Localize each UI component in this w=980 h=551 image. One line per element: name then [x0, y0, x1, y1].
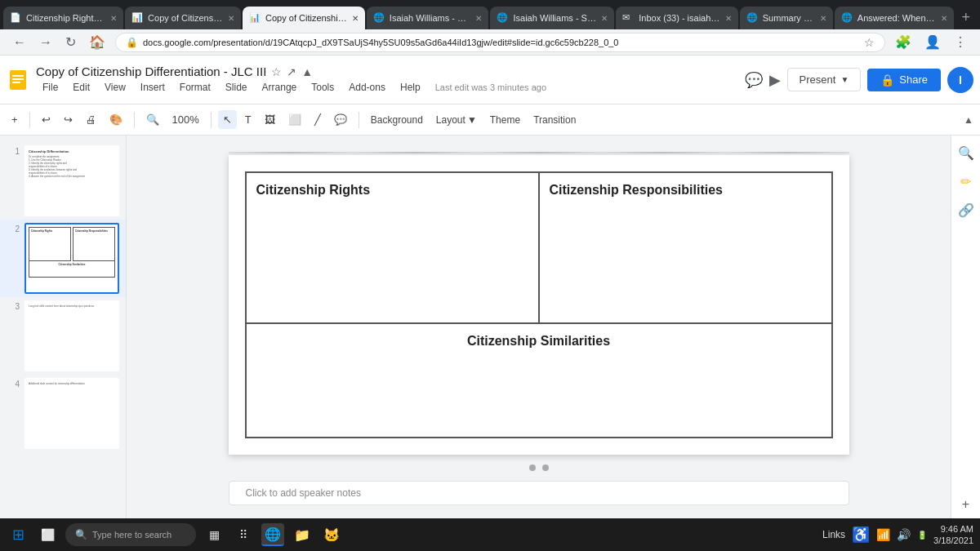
present-dropdown-icon[interactable]: ▼: [840, 75, 849, 84]
url-input[interactable]: 🔒 docs.google.com/presentation/d/19CAtqc…: [115, 33, 885, 52]
taskbar-volume-icon[interactable]: 🔊: [897, 528, 911, 541]
slide-4-thumb[interactable]: Additional slide content for citizenship…: [24, 378, 119, 449]
speaker-notes[interactable]: Click to add speaker notes: [229, 481, 849, 505]
responsibilities-box[interactable]: Citizenship Responsibilities: [540, 171, 833, 324]
google-drive-icon[interactable]: ▲: [301, 65, 313, 78]
undo-button[interactable]: ↩: [37, 110, 56, 129]
tab-7-close[interactable]: ✕: [820, 14, 826, 23]
taskbar-accessibility-button[interactable]: ♿: [852, 526, 870, 544]
menu-arrange[interactable]: Arrange: [256, 80, 304, 95]
rights-box-title: Citizenship Rights: [256, 183, 528, 198]
extensions-button[interactable]: 🧩: [892, 33, 915, 51]
canvas-area[interactable]: Citizenship Rights Citizenship Responsib…: [127, 136, 951, 522]
tab-3-close[interactable]: ✕: [352, 14, 359, 23]
slide-1-content: Citizenship Differentiation To complete …: [26, 147, 118, 215]
profile-button[interactable]: 👤: [921, 33, 944, 51]
taskbar-widgets-button[interactable]: ▦: [203, 523, 225, 546]
sidebar-edit-icon[interactable]: ✏: [957, 171, 974, 193]
print-button[interactable]: 🖨: [81, 110, 101, 129]
menu-edit[interactable]: Edit: [66, 80, 96, 95]
last-edit-text: Last edit was 3 minutes ago: [435, 82, 546, 92]
back-button[interactable]: ←: [10, 33, 29, 51]
taskbar-search-box[interactable]: 🔍 Type here to search: [65, 523, 196, 546]
image-tool[interactable]: 🖼: [260, 110, 280, 129]
add-button[interactable]: +: [7, 110, 23, 129]
redo-button[interactable]: ↪: [59, 110, 78, 129]
line-tool[interactable]: ╱: [310, 110, 326, 129]
slide-thumbnail-2[interactable]: 2 Citizenship Rights Citizenship Respons…: [0, 220, 126, 297]
menu-view[interactable]: View: [98, 80, 132, 95]
slide-thumbnail-3[interactable]: 3 Long text slide content here about cit…: [0, 297, 126, 375]
present-button[interactable]: Present ▼: [787, 68, 862, 91]
star-icon[interactable]: ☆: [271, 65, 282, 78]
menu-tools[interactable]: Tools: [305, 80, 341, 95]
taskbar-files-button[interactable]: 📁: [291, 523, 314, 546]
menu-format[interactable]: Format: [173, 80, 217, 95]
slides-button[interactable]: ▶: [769, 71, 781, 89]
menu-slide[interactable]: Slide: [219, 80, 254, 95]
tab-5-close[interactable]: ✕: [601, 14, 608, 23]
slide-1-thumb[interactable]: Citizenship Differentiation To complete …: [24, 145, 119, 216]
sidebar-link-icon[interactable]: 🔗: [955, 199, 978, 221]
task-view-button[interactable]: ⬜: [36, 523, 59, 546]
layout-dropdown[interactable]: Layout ▼: [431, 111, 482, 129]
tab-1-close[interactable]: ✕: [110, 14, 117, 23]
slide-2-thumb[interactable]: Citizenship Rights Citizenship Responsib…: [24, 223, 119, 294]
app-logo: [7, 69, 29, 91]
move-icon[interactable]: ↗: [287, 65, 296, 78]
tab-8[interactable]: 🌐 Answered: When thinking... ✕: [835, 7, 954, 29]
bookmark-icon[interactable]: ☆: [864, 36, 875, 49]
taskbar-battery-icon[interactable]: 🔋: [917, 531, 927, 540]
tab-3[interactable]: 📊 Copy of Citizenship Differe... ✕: [243, 7, 365, 29]
cursor-tool[interactable]: ↖: [218, 110, 237, 129]
rights-box[interactable]: Citizenship Rights: [245, 171, 540, 324]
user-avatar[interactable]: I: [947, 67, 973, 93]
taskbar-clock[interactable]: 9:46 AM 3/18/2021: [933, 523, 973, 547]
background-dropdown[interactable]: Background: [366, 111, 428, 129]
tab-1[interactable]: 📄 Citizenship Rights Reader... ✕: [3, 7, 123, 29]
theme-dropdown[interactable]: Theme: [485, 111, 525, 129]
textbox-tool[interactable]: T: [240, 110, 256, 129]
shape-tool[interactable]: ⬜: [283, 110, 306, 129]
menu-insert[interactable]: Insert: [134, 80, 172, 95]
taskbar-apps-button[interactable]: ⠿: [232, 523, 255, 546]
tab-2[interactable]: 📊 Copy of Citizenship Rights ✕: [125, 7, 241, 29]
forward-button[interactable]: →: [36, 33, 56, 51]
zoom-level[interactable]: 100%: [167, 110, 204, 129]
taskbar-wifi-icon[interactable]: 📶: [876, 528, 890, 541]
menu-help[interactable]: Help: [394, 80, 427, 95]
zoom-button[interactable]: 🔍: [141, 110, 164, 129]
similarities-box[interactable]: Citizenship Similarities: [245, 324, 833, 438]
tab-4-close[interactable]: ✕: [475, 14, 482, 23]
taskbar-links-button[interactable]: Links: [822, 529, 845, 540]
tab-6[interactable]: ✉ Inbox (33) - isaiah.williams... ✕: [616, 7, 737, 29]
share-button[interactable]: 🔒 Share: [867, 69, 941, 91]
reload-button[interactable]: ↻: [62, 33, 79, 51]
taskbar-chrome-button[interactable]: 🌐: [261, 523, 284, 546]
start-button[interactable]: ⊞: [7, 523, 29, 546]
new-tab-button[interactable]: +: [956, 6, 978, 29]
comment-tool[interactable]: 💬: [329, 110, 352, 129]
sidebar-search-icon[interactable]: 🔍: [955, 142, 978, 164]
transition-dropdown[interactable]: Transition: [528, 111, 581, 129]
collapse-toolbar-button[interactable]: ▲: [964, 114, 973, 126]
tab-6-close[interactable]: ✕: [725, 14, 732, 23]
slide-canvas[interactable]: Citizenship Rights Citizenship Responsib…: [229, 155, 849, 455]
menu-addons[interactable]: Add-ons: [342, 80, 392, 95]
tab-2-close[interactable]: ✕: [228, 14, 234, 23]
tab-5[interactable]: 🌐 Isaiah Williams - Submit Sli... ✕: [490, 7, 614, 29]
tab-4[interactable]: 🌐 Isaiah Williams - Georgia's... ✕: [367, 7, 489, 29]
home-button[interactable]: 🏠: [86, 33, 109, 51]
menu-button[interactable]: ⋮: [951, 33, 970, 51]
speaker-notes-placeholder: Click to add speaker notes: [246, 487, 361, 499]
sidebar-add-icon[interactable]: +: [959, 494, 973, 515]
slide-3-thumb[interactable]: Long text slide content here about citiz…: [24, 300, 119, 371]
comments-button[interactable]: 💬: [745, 71, 763, 89]
tab-7[interactable]: 🌐 Summary - Quizizz ✕: [740, 7, 833, 29]
menu-file[interactable]: File: [36, 80, 65, 95]
slide-thumbnail-1[interactable]: 1 Citizenship Differentiation To complet…: [0, 142, 126, 220]
paint-format-button[interactable]: 🎨: [105, 110, 127, 129]
taskbar-photos-button[interactable]: 🐱: [320, 523, 343, 546]
slide-thumbnail-4[interactable]: 4 Additional slide content for citizensh…: [0, 375, 126, 452]
tab-8-close[interactable]: ✕: [941, 14, 947, 23]
